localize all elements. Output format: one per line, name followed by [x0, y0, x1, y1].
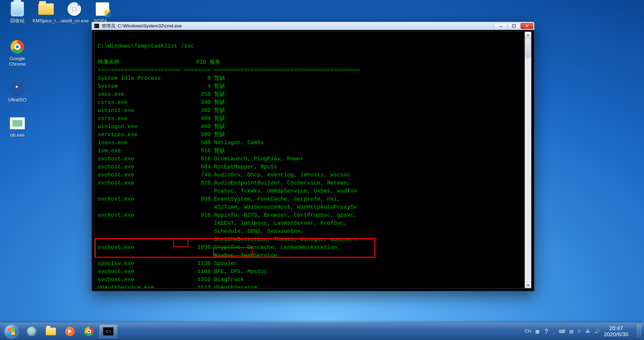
window-title: 管理员: C:\Windows\System32\cmd.exe [102, 23, 182, 29]
ie-icon [27, 327, 37, 336]
taskbar-ie[interactable] [23, 325, 41, 338]
system-tray: CH ▦ ❔ ‸ ⌨ ▤ ⚐ 🖧 🔊 20:47 2020/6/30 [525, 324, 641, 338]
caret-icon[interactable]: ‸ [553, 329, 555, 334]
desktop-icon-recycle-bin[interactable]: 回收站 [4, 2, 31, 24]
taskbar: C:\ CH ▦ ❔ ‸ ⌨ ▤ ⚐ 🖧 🔊 20:47 2020/6/30 [0, 322, 644, 340]
scroll-down-button[interactable]: ▼ [525, 282, 531, 288]
folder-icon [46, 328, 56, 335]
highlight-termservice [213, 247, 253, 256]
cmd-window: C:\ 管理员: C:\Windows\System32\cmd.exe C:\… [91, 22, 534, 291]
maximize-button[interactable] [508, 23, 520, 29]
taskbar-media-player[interactable] [61, 325, 79, 338]
desktop-icon-chrome[interactable]: Google Chrome [4, 39, 31, 67]
clock[interactable]: 20:47 2020/6/30 [604, 325, 628, 337]
icon-label: KMSpico_I... [32, 18, 60, 24]
media-player-icon [65, 327, 75, 336]
scroll-thumb[interactable] [525, 38, 531, 58]
icon-label: 回收站 [4, 18, 31, 24]
cmd-icon: C:\ [103, 327, 114, 336]
scroll-track[interactable] [525, 38, 531, 282]
chrome-icon [11, 40, 24, 54]
minimize-button[interactable] [494, 23, 507, 29]
icon-label: UltraISO [4, 97, 31, 103]
clock-date: 2020/6/30 [604, 331, 628, 337]
ime-indicator[interactable]: CH [525, 329, 531, 334]
windows-orb-icon [5, 325, 18, 338]
tray-icon-1[interactable]: ▤ [569, 329, 574, 334]
desktop-icon-kmspico[interactable]: KMSpico_I... [32, 2, 60, 24]
chrome-icon [85, 327, 94, 336]
installer-icon [96, 2, 109, 16]
show-desktop-button[interactable] [637, 324, 641, 338]
start-button[interactable] [3, 324, 20, 338]
title-bar[interactable]: C:\ 管理员: C:\Windows\System32\cmd.exe [92, 22, 534, 30]
clock-time: 20:47 [604, 325, 628, 331]
help-icon[interactable]: ❔ [544, 329, 549, 334]
scroll-up-button[interactable]: ▲ [525, 32, 531, 38]
exe-icon [10, 117, 25, 129]
icon-label: Google Chrome [4, 56, 31, 67]
highlight-pid-1036 [173, 238, 188, 247]
desktop-icon-nb[interactable]: nb.exe [4, 116, 31, 138]
svg-rect-1 [512, 25, 515, 27]
desktop-icon-uiso[interactable]: uiso9_cn.exe [60, 2, 88, 24]
close-button[interactable] [521, 23, 533, 29]
network-icon[interactable]: 🖧 [586, 329, 590, 334]
taskbar-explorer[interactable] [42, 325, 60, 338]
taskbar-chrome[interactable] [80, 325, 98, 338]
ime-pad-icon[interactable]: ▦ [535, 329, 540, 334]
desktop-icon-ultraiso[interactable]: UltraISO [4, 81, 31, 103]
icon-label: nb.exe [4, 132, 31, 138]
disc-icon [67, 2, 81, 16]
action-center-icon[interactable]: ⚐ [578, 329, 582, 334]
volume-icon[interactable]: 🔊 [594, 329, 600, 334]
icon-label: uiso9_cn.exe [60, 18, 88, 24]
folder-icon [38, 3, 54, 15]
vertical-scrollbar[interactable]: ▲ ▼ [525, 32, 531, 288]
desktop-icon-ndp[interactable]: NDP4... [89, 2, 116, 24]
recycle-bin-icon [11, 2, 24, 16]
keyboard-icon[interactable]: ⌨ [559, 329, 565, 334]
ultraiso-icon [11, 81, 24, 95]
terminal-area: C:\Windows\Temp>tasklist /svc 映像名称 PID 服… [94, 31, 531, 288]
cmd-icon: C:\ [94, 24, 99, 28]
taskbar-cmd[interactable]: C:\ [99, 325, 117, 338]
